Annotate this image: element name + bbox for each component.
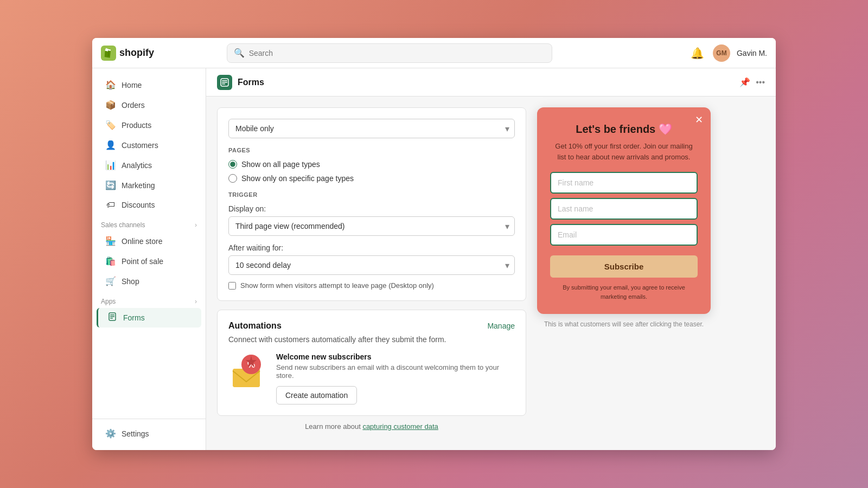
sidebar-label-analytics: Analytics [122,161,152,170]
automation-image: % [228,352,267,391]
learn-more-section: Learn more about capturing customer data [217,416,526,431]
automations-card: Automations Manage Connect with customer… [217,310,526,416]
page-header: Forms 📌 ••• [206,68,776,97]
display-on-label: Display on: [228,204,515,213]
create-automation-button[interactable]: Create automation [276,386,357,404]
sales-channels-expand-icon[interactable]: › [195,221,197,229]
radio-all-pages[interactable]: Show on all page types [228,160,515,169]
marketing-icon: 🔄 [105,180,116,190]
sidebar-item-analytics[interactable]: 📊 Analytics [97,156,201,175]
automations-header: Automations Manage [228,321,515,331]
customers-icon: 👤 [105,140,116,150]
sidebar-label-discounts: Discounts [122,201,155,209]
automation-item: % Welcome new subscribers Send new subsc… [228,352,515,404]
svg-rect-6 [222,80,227,81]
svg-rect-8 [222,84,225,85]
popup-email-input[interactable] [550,224,698,246]
sidebar-label-products: Products [122,121,151,130]
sidebar-item-products[interactable]: 🏷️ Products [97,115,201,134]
sidebar-item-shop[interactable]: 🛒 Shop [97,272,201,291]
learn-more-text: Learn more about [305,422,362,431]
sidebar-item-settings[interactable]: ⚙️ Settings [97,424,201,443]
exit-intent-label: Show form when visitors attempt to leave… [240,281,434,290]
app-window: shopify 🔍 🔔 GM Gavin M. 🏠 Home 📦 Orders … [92,38,776,450]
sidebar-label-marketing: Marketing [122,181,155,190]
display-on-select-wrapper[interactable]: Third page view (recommended) First page… [228,216,515,236]
automations-description: Connect with customers automatically aft… [228,335,515,344]
apps-expand-icon[interactable]: › [195,298,197,305]
sidebar-label-customers: Customers [122,141,158,150]
radio-specific-pages-label: Show only on specific page types [241,174,354,183]
products-icon: 🏷️ [105,120,116,130]
sidebar-item-customers[interactable]: 👤 Customers [97,136,201,155]
shop-icon: 🛒 [105,276,116,286]
sidebar-label-point-of-sale: Point of sale [122,257,163,266]
sidebar-label-shop: Shop [122,277,139,286]
manage-link[interactable]: Manage [487,322,515,330]
automations-title: Automations [228,321,282,331]
trigger-section: TRIGGER Display on: Third page view (rec… [228,191,515,290]
sidebar-item-orders[interactable]: 📦 Orders [97,95,201,114]
svg-rect-3 [110,316,114,317]
radio-all-pages-input[interactable] [228,160,237,169]
settings-section: ⚙️ Settings [92,419,206,444]
exit-intent-checkbox[interactable] [228,282,236,290]
popup-first-name-input[interactable] [550,172,698,194]
display-select-wrapper[interactable]: Mobile only Desktop only All devices [228,119,515,138]
sidebar-item-online-store[interactable]: 🏪 Online store [97,232,201,251]
popup-subscribe-button[interactable]: Subscribe [550,255,698,278]
popup-disclaimer: By submitting your email, you agree to r… [550,283,698,301]
popup-title: Let's be friends 🩷 [550,123,698,136]
capturing-data-link[interactable]: capturing customer data [362,422,438,431]
after-waiting-select[interactable]: 10 second delay 5 second delay No delay … [228,255,515,275]
point-of-sale-icon: 🛍️ [105,256,116,266]
sales-channels-section: Sales channels › [92,215,206,231]
main-content: Forms 📌 ••• Mobile only Deskto [206,68,776,450]
form-panel: Mobile only Desktop only All devices PAG… [217,107,526,431]
orders-icon: 📦 [105,100,116,110]
body: 🏠 Home 📦 Orders 🏷️ Products 👤 Customers … [92,68,776,450]
sidebar-item-discounts[interactable]: 🏷 Discounts [97,196,201,214]
sidebar-label-home: Home [122,81,142,89]
pages-section-label: PAGES [228,147,515,153]
popup-card: ✕ Let's be friends 🩷 Get 10% off your fi… [537,107,711,314]
home-icon: 🏠 [105,80,116,90]
notification-button[interactable]: 🔔 [688,44,706,62]
apps-section: Apps › [92,291,206,307]
sidebar-item-marketing[interactable]: 🔄 Marketing [97,176,201,195]
sidebar-label-forms: Forms [123,313,145,322]
svg-rect-7 [222,82,227,83]
logo[interactable]: shopify [101,46,154,61]
discounts-icon: 🏷 [105,200,116,210]
radio-specific-pages[interactable]: Show only on specific page types [228,174,515,183]
preview-panel: ✕ Let's be friends 🩷 Get 10% off your fi… [537,107,711,431]
automation-content: Welcome new subscribers Send new subscri… [276,352,515,404]
after-waiting-select-wrapper[interactable]: 10 second delay 5 second delay No delay … [228,255,515,275]
page-title-icon [217,75,232,90]
sidebar-item-home[interactable]: 🏠 Home [97,75,201,94]
exit-intent-checkbox-wrapper[interactable]: Show form when visitors attempt to leave… [228,281,515,290]
sidebar: 🏠 Home 📦 Orders 🏷️ Products 👤 Customers … [92,68,206,450]
popup-last-name-input[interactable] [550,198,698,220]
user-name: Gavin M. [737,49,767,57]
more-options-icon[interactable]: ••• [756,78,765,87]
svg-rect-2 [110,314,114,316]
apps-label: Apps [101,298,116,305]
display-on-select[interactable]: Third page view (recommended) First page… [228,216,515,236]
pages-radio-group: Show on all page types Show only on spec… [228,160,515,183]
sidebar-item-point-of-sale[interactable]: 🛍️ Point of sale [97,252,201,271]
automation-desc: Send new subscribers an email with a dis… [276,363,515,380]
radio-specific-pages-input[interactable] [228,174,237,183]
display-select[interactable]: Mobile only Desktop only All devices [228,119,515,138]
header-right: 🔔 GM Gavin M. [688,44,767,62]
popup-close-button[interactable]: ✕ [695,114,703,126]
search-input[interactable] [249,49,545,57]
settings-icon: ⚙️ [105,428,116,439]
svg-rect-4 [110,318,113,319]
popup-subtitle: Get 10% off your first order. Join our m… [550,141,698,162]
search-bar[interactable]: 🔍 [227,43,552,63]
sidebar-item-forms[interactable]: Forms [97,308,201,328]
page-title: Forms [238,78,264,87]
analytics-icon: 📊 [105,160,116,170]
automation-name: Welcome new subscribers [276,352,515,361]
